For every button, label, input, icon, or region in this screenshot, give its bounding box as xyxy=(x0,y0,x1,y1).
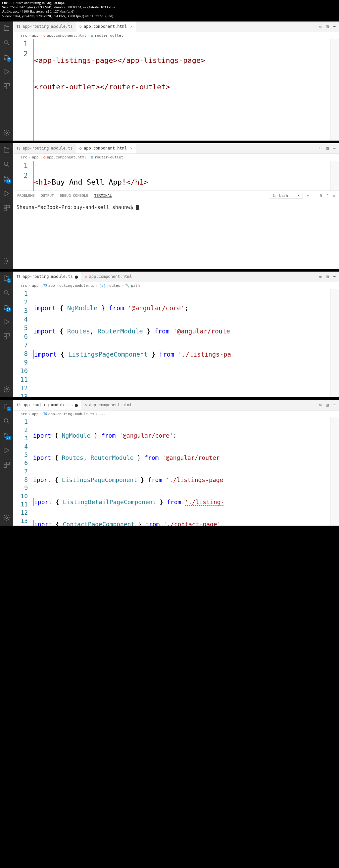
split-terminal-icon[interactable]: ◫ xyxy=(313,193,315,198)
svg-point-31 xyxy=(6,517,8,519)
activity-bar: 1 27 xyxy=(0,272,13,397)
close-panel-icon[interactable]: ✕ xyxy=(333,193,335,198)
extensions-icon[interactable] xyxy=(3,82,10,90)
close-icon[interactable]: ✕ xyxy=(130,146,133,151)
tab-routing[interactable]: TSapp-routing.module.ts● xyxy=(13,272,81,282)
editor-area: TSapp-routing.module.ts ◇app.component.h… xyxy=(13,22,339,141)
svg-point-15 xyxy=(6,260,8,262)
editor-area: TSapp-routing.module.ts ◇app.component.h… xyxy=(13,143,339,269)
shell-select[interactable]: 1: bash▾ xyxy=(270,193,303,198)
debug-icon[interactable] xyxy=(3,190,10,197)
debug-icon[interactable] xyxy=(3,68,10,76)
search-icon[interactable] xyxy=(3,160,10,168)
scm-badge: 27 xyxy=(6,307,11,312)
breadcrumb[interactable]: src› app› TS app-routing.module.ts› [ø]r… xyxy=(13,282,339,289)
more-icon[interactable]: ⋯ xyxy=(333,146,336,151)
code-editor[interactable]: 12 <app-listings-page></app-listings-pag… xyxy=(13,39,339,141)
split-icon[interactable]: ◫ xyxy=(327,24,329,29)
scm-badge: 7 xyxy=(7,57,11,62)
minimap[interactable] xyxy=(330,417,339,526)
editor-area: TSapp-routing.module.ts● ◇app.component.… xyxy=(13,400,339,526)
tab-component[interactable]: ◇app.component.html xyxy=(81,400,135,410)
dirty-icon: ● xyxy=(75,274,78,280)
new-terminal-icon[interactable]: + xyxy=(307,193,309,198)
compare-icon[interactable]: ⇆ xyxy=(319,274,321,279)
tab-component[interactable]: ◇app.component.html xyxy=(81,272,135,282)
vscode-frame-1: 7 TSapp-routing.module.ts ◇app.component… xyxy=(0,22,339,141)
more-icon[interactable]: ⋯ xyxy=(333,274,336,279)
activity-bar: 1 27 xyxy=(0,400,13,526)
breadcrumb[interactable]: src› app› ◇app.component.html› ⊡router-o… xyxy=(13,32,339,39)
line-gutter: 1234567891011121314 xyxy=(13,417,33,526)
svg-rect-20 xyxy=(4,334,6,336)
explorer-icon[interactable]: 1 xyxy=(3,403,10,410)
explorer-icon[interactable] xyxy=(3,146,10,154)
trash-icon[interactable]: 🗑 xyxy=(319,193,323,198)
gear-icon[interactable] xyxy=(3,514,10,522)
scm-icon[interactable]: 27 xyxy=(3,303,10,311)
svg-rect-28 xyxy=(4,462,6,464)
tab-actions: ⇆ ◫ ⋯ xyxy=(319,403,339,407)
compare-icon[interactable]: ⇆ xyxy=(319,146,321,151)
tab-output[interactable]: OUTPUT xyxy=(41,193,54,198)
svg-point-2 xyxy=(4,58,6,60)
video-metadata: File: 8. Routes and routing in Angular.m… xyxy=(0,0,339,19)
search-icon[interactable] xyxy=(3,417,10,425)
tab-problems[interactable]: PROBLEMS xyxy=(17,193,35,198)
code-editor[interactable]: 1234567891011121314 import { NgModule } … xyxy=(13,289,339,397)
search-icon[interactable] xyxy=(3,39,10,46)
scm-icon[interactable]: 11 xyxy=(3,175,10,183)
more-icon[interactable]: ⋯ xyxy=(333,24,336,29)
gear-icon[interactable] xyxy=(3,257,10,265)
svg-point-7 xyxy=(6,132,8,134)
tab-label: app-routing.module.ts xyxy=(23,403,73,407)
gear-icon[interactable] xyxy=(3,385,10,393)
debug-icon[interactable] xyxy=(3,318,10,326)
chevron-up-icon[interactable]: ^ xyxy=(327,193,329,198)
gear-icon[interactable] xyxy=(3,129,10,136)
close-icon[interactable]: ✕ xyxy=(130,24,133,29)
code-editor[interactable]: 12 <h1>Buy And Sell App!</h1> <router-ou… xyxy=(13,161,339,190)
extensions-icon[interactable] xyxy=(3,461,10,469)
breadcrumb[interactable]: src› app› TS app-routing.module.ts› ... xyxy=(13,410,339,417)
vscode-frame-3: 1 27 TSapp-routing.module.ts● ◇app.compo… xyxy=(0,272,339,397)
tab-routing[interactable]: TSapp-routing.module.ts xyxy=(13,22,76,32)
tab-label: app.component.html xyxy=(89,403,132,407)
tab-routing[interactable]: TSapp-routing.module.ts xyxy=(13,143,76,154)
tab-debug-console[interactable]: DEBUG CONSOLE xyxy=(60,193,88,198)
breadcrumb[interactable]: src› app› ◇app.component.html› ⊡router-o… xyxy=(13,154,339,161)
split-icon[interactable]: ◫ xyxy=(327,146,329,151)
activity-bar: 11 xyxy=(0,143,13,269)
code-editor[interactable]: 1234567891011121314 iport { NgModule } f… xyxy=(13,417,339,526)
more-icon[interactable]: ⋯ xyxy=(333,403,336,407)
extensions-icon[interactable] xyxy=(3,204,10,212)
minimap[interactable] xyxy=(330,161,339,190)
minimap[interactable] xyxy=(330,289,339,397)
explorer-icon[interactable] xyxy=(3,24,10,32)
scm-icon[interactable]: 7 xyxy=(3,53,10,61)
compare-icon[interactable]: ⇆ xyxy=(319,24,321,29)
line-gutter: 12 xyxy=(13,161,33,190)
svg-point-18 xyxy=(4,308,6,310)
svg-rect-29 xyxy=(7,462,9,464)
minimap[interactable] xyxy=(330,39,339,141)
extensions-icon[interactable] xyxy=(3,333,10,340)
scm-icon[interactable]: 27 xyxy=(3,432,10,440)
tab-routing[interactable]: TSapp-routing.module.ts● xyxy=(13,400,81,410)
explorer-badge: 1 xyxy=(7,407,11,411)
dirty-icon: ● xyxy=(75,402,78,408)
tab-terminal[interactable]: TERMINAL xyxy=(94,193,112,198)
svg-point-9 xyxy=(4,176,6,178)
split-icon[interactable]: ◫ xyxy=(327,274,329,279)
scm-badge: 11 xyxy=(6,179,11,184)
explorer-icon[interactable]: 1 xyxy=(3,274,10,282)
terminal-body[interactable]: Shauns-MacBook-Pro:buy-and-sell shaunw$ xyxy=(13,200,339,250)
tab-component[interactable]: ◇app.component.html✕ xyxy=(76,143,136,154)
split-icon[interactable]: ◫ xyxy=(327,403,329,407)
tab-bar: TSapp-routing.module.ts● ◇app.component.… xyxy=(13,400,339,410)
compare-icon[interactable]: ⇆ xyxy=(319,403,321,407)
svg-point-16 xyxy=(4,290,8,294)
search-icon[interactable] xyxy=(3,289,10,297)
debug-icon[interactable] xyxy=(3,446,10,454)
tab-component[interactable]: ◇app.component.html✕ xyxy=(76,22,136,32)
